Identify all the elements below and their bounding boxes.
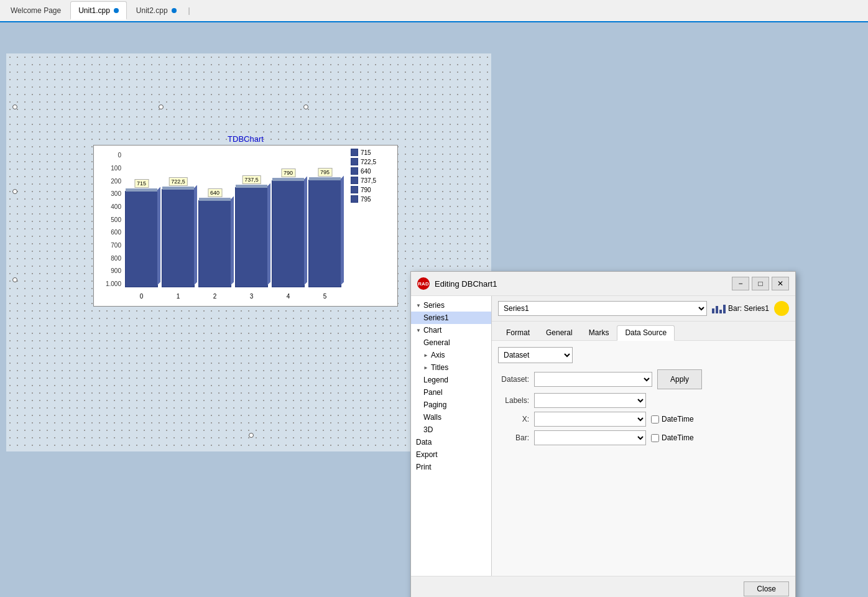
tree-series1[interactable]: Series1 — [411, 312, 491, 324]
tree-general[interactable]: General — [411, 336, 491, 349]
handle-tl[interactable] — [12, 104, 17, 109]
tree-panel[interactable]: Panel — [411, 386, 491, 399]
tree-axis-expand: ► — [423, 353, 428, 358]
legend-item-5: 795 — [351, 195, 394, 203]
top-dropdown-row: Dataset — [498, 347, 789, 363]
tree-print-label: Print — [416, 463, 432, 471]
tree-walls[interactable]: Walls — [411, 411, 491, 423]
legend-box-3 — [351, 177, 358, 184]
bar-row: Bar: DateTime — [498, 430, 789, 445]
tree-chart-group[interactable]: ▼ Chart — [411, 324, 491, 336]
tree-legend-label: Legend — [423, 376, 448, 384]
tdbchart[interactable]: TDBChart 1.000 900 800 700 600 500 400 3… — [93, 134, 398, 315]
handle-tr[interactable] — [303, 104, 308, 109]
tree-paging[interactable]: Paging — [411, 399, 491, 411]
main-area: TDBChart 1.000 900 800 700 600 500 400 3… — [0, 22, 868, 597]
tree-3d[interactable]: 3D — [411, 423, 491, 436]
bar-0: 715 0 — [125, 152, 158, 287]
bar-datetime-label: DateTime — [651, 433, 694, 442]
tree-data-label: Data — [416, 438, 432, 447]
legend-item-1: 722,5 — [351, 158, 394, 165]
bar-5: 795 5 — [308, 152, 341, 287]
handle-tc[interactable] — [159, 104, 164, 109]
x-select[interactable] — [534, 412, 646, 427]
chart-title: TDBChart — [93, 134, 398, 144]
tree-chart-expand: ▼ — [416, 328, 421, 333]
tree-3d-label: 3D — [423, 425, 433, 434]
dataset-field-label: Dataset: — [498, 375, 529, 384]
tab-unit2-label: Unit2.cpp — [136, 6, 168, 15]
tree-series-label: Series — [423, 301, 445, 310]
series-dropdown[interactable]: Series1 — [498, 301, 707, 316]
x-datetime-label: DateTime — [651, 415, 694, 423]
tree-export-label: Export — [416, 450, 438, 459]
bar-3: 737,5 3 — [235, 152, 268, 287]
dialog-titlebar: RAD Editing DBChart1 − □ ✕ — [411, 272, 795, 296]
tree-print[interactable]: Print — [411, 461, 491, 473]
rad-icon: RAD — [417, 277, 430, 290]
bar-1: 722,5 1 — [162, 152, 195, 287]
apply-button[interactable]: Apply — [657, 369, 702, 389]
props-area: Dataset Dataset: Apply Labels: — [492, 341, 795, 576]
canvas-handle-bottom[interactable] — [249, 433, 254, 438]
handle-bl[interactable] — [12, 277, 17, 282]
dialog-footer: Close — [411, 576, 795, 597]
tree-paging-label: Paging — [423, 400, 446, 409]
legend-box-4 — [351, 186, 358, 193]
handle-ml[interactable] — [12, 189, 17, 194]
labels-select[interactable] — [534, 393, 646, 408]
chart-area: 1.000 900 800 700 600 500 400 300 200 10… — [93, 145, 398, 307]
tree-series-group[interactable]: ▼ Series — [411, 299, 491, 312]
tree-titles[interactable]: ► Titles — [411, 361, 491, 374]
bar-4-xlabel: 4 — [287, 293, 290, 300]
bar-4-label: 790 — [281, 169, 295, 177]
x-row: X: DateTime — [498, 412, 789, 427]
legend-item-2: 640 — [351, 167, 394, 175]
right-panel: Series1 Bar: Series1 — [492, 296, 795, 576]
tree-legend[interactable]: Legend — [411, 374, 491, 386]
tree-titles-label: Titles — [431, 363, 448, 372]
legend-box-1 — [351, 158, 358, 165]
chart-legend: 715 722,5 640 737,5 — [348, 146, 397, 306]
dialog-window-controls: − □ ✕ — [732, 277, 789, 290]
tab-unit1-dot — [114, 8, 119, 13]
tab-format[interactable]: Format — [498, 325, 538, 340]
x-datetime-checkbox[interactable] — [651, 415, 659, 423]
tab-unit2[interactable]: Unit2.cpp — [128, 1, 185, 20]
tab-datasource[interactable]: Data Source — [617, 325, 675, 341]
dataset-select[interactable] — [534, 372, 652, 387]
close-button[interactable]: Close — [744, 581, 789, 596]
dialog-close-button[interactable]: ✕ — [772, 277, 789, 290]
series-type-label: Bar: Series1 — [728, 304, 769, 313]
yellow-indicator — [774, 301, 789, 316]
bar-1-label: 722,5 — [169, 177, 188, 186]
bar-field-label: Bar: — [498, 433, 529, 442]
labels-field-label: Labels: — [498, 396, 529, 405]
tab-unit1[interactable]: Unit1.cpp — [70, 1, 127, 20]
bar-5-label: 795 — [318, 168, 332, 177]
legend-item-3: 737,5 — [351, 177, 394, 184]
tree-titles-expand: ► — [423, 365, 428, 371]
tree-export[interactable]: Export — [411, 448, 491, 461]
bar-select[interactable] — [534, 430, 646, 445]
tree-data[interactable]: Data — [411, 436, 491, 448]
bars-container: 715 0 722,5 1 640 — [94, 146, 348, 306]
series-icon-area: Bar: Series1 — [712, 303, 769, 313]
bar-1-xlabel: 1 — [177, 293, 180, 300]
bar-5-xlabel: 5 — [323, 293, 327, 300]
tab-welcome[interactable]: Welcome Page — [2, 1, 69, 20]
tree-axis[interactable]: ► Axis — [411, 349, 491, 361]
minimize-button[interactable]: − — [732, 277, 749, 290]
tab-unit1-label: Unit1.cpp — [78, 6, 110, 15]
maximize-button[interactable]: □ — [752, 277, 769, 290]
legend-box-0 — [351, 149, 358, 156]
tree-walls-label: Walls — [423, 413, 441, 422]
top-mode-dropdown[interactable]: Dataset — [498, 347, 573, 363]
tab-general[interactable]: General — [538, 325, 581, 340]
bar-2-label: 640 — [208, 188, 222, 197]
tab-marks[interactable]: Marks — [581, 325, 617, 340]
bar-datetime-checkbox[interactable] — [651, 434, 659, 442]
bar-4: 790 4 — [272, 152, 305, 287]
legend-box-2 — [351, 167, 358, 175]
bar-2: 640 2 — [198, 152, 231, 287]
